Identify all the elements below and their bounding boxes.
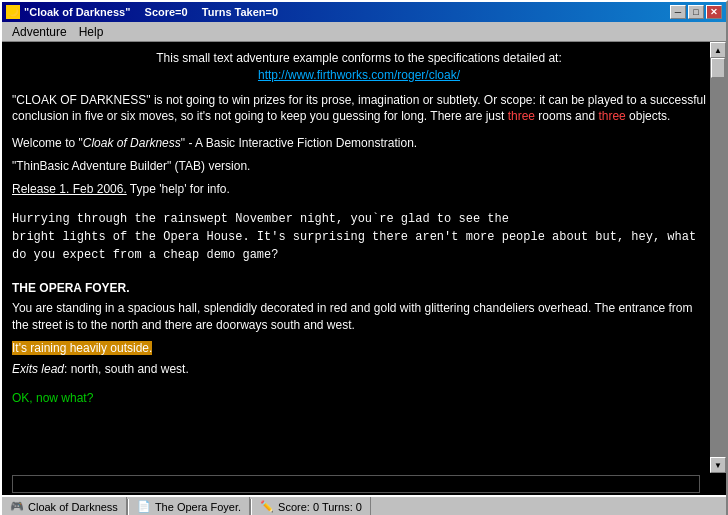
scroll-thumb[interactable] [711,58,725,78]
welcome-section: Welcome to "Cloak of Darkness" - A Basic… [12,135,706,152]
release-help: Type 'help' for info. [127,182,230,196]
exits-directions: : north, south and west. [64,362,189,376]
score-status-text: Score: 0 Turns: 0 [278,501,362,513]
release-line: Release 1. Feb 2006. Type 'help' for inf… [12,181,706,198]
scroll-up-button[interactable]: ▲ [710,42,726,58]
game-status-title: Cloak of Darkness [28,501,118,513]
game-status-panel: 🎮 Cloak of Darkness [2,497,127,515]
intro-section: This small text adventure example confor… [12,50,706,84]
app-icon: 🌙 [6,5,20,19]
game-status-icon: 🎮 [10,500,24,514]
scroll-down-button[interactable]: ▼ [710,457,726,473]
prompt-text: OK, now what? [12,390,706,407]
exits-label: Exits lead [12,362,64,376]
adventure-menu[interactable]: Adventure [6,23,73,41]
content-area[interactable]: This small text adventure example confor… [2,42,726,469]
status-bar: 🎮 Cloak of Darkness 📄 The Opera Foyer. ✏… [2,495,726,515]
room-description: You are standing in a spacious hall, spl… [12,300,706,334]
weather-line: It's raining heavily outside. [12,340,706,357]
location-status-icon: 📄 [137,500,151,514]
title-bar: 🌙 "Cloak of Darkness" Score=0 Turns Take… [2,2,726,22]
minimize-button[interactable]: ─ [670,5,686,19]
highlight-three-2: three [598,109,625,123]
weather-text: It's raining heavily outside. [12,341,152,355]
main-window: This small text adventure example confor… [2,42,726,473]
turns-display: Turns Taken=0 [202,6,278,18]
welcome-suffix: " - A Basic Interactive Fiction Demonstr… [181,136,417,150]
menu-bar: Adventure Help [2,22,726,42]
intro-link[interactable]: http://www.firthworks.com/roger/cloak/ [258,68,460,82]
score-status-panel: ✏️ Score: 0 Turns: 0 [252,497,371,515]
score-status-icon: ✏️ [260,500,274,514]
maximize-button[interactable]: □ [688,5,704,19]
scrollbar[interactable]: ▲ ▼ [710,42,726,473]
tab-version-line: "ThinBasic Adventure Builder" (TAB) vers… [12,158,706,175]
window-title: "Cloak of Darkness" [24,6,130,18]
description-text: "CLOAK OF DARKNESS" is not going to win … [12,92,706,126]
narrative-text: Hurrying through the rainswept November … [12,210,706,264]
input-area [2,473,726,495]
room-name: THE OPERA FOYER. [12,280,706,297]
game-name-italic: Cloak of Darkness [83,136,181,150]
intro-line1: This small text adventure example confor… [12,50,706,67]
help-menu[interactable]: Help [73,23,110,41]
highlight-three-1: three [508,109,535,123]
score-display: Score=0 [145,6,188,18]
location-status-text: The Opera Foyer. [155,501,241,513]
scroll-track[interactable] [710,58,726,457]
close-button[interactable]: ✕ [706,5,722,19]
exits-text: Exits lead: north, south and west. [12,361,706,378]
command-input[interactable] [12,475,700,493]
release-text: Release 1. Feb 2006. [12,182,127,196]
welcome-prefix: Welcome to " [12,136,83,150]
location-status-panel: 📄 The Opera Foyer. [129,497,250,515]
